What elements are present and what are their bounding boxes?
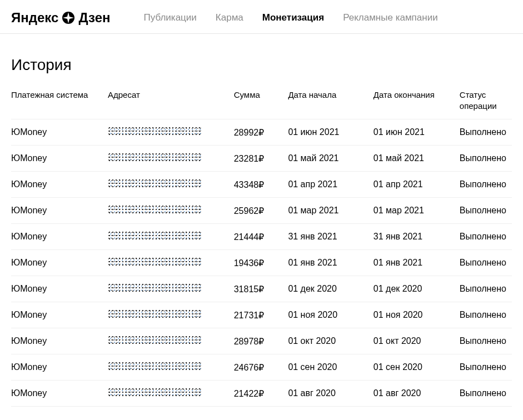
cell-payment-system: ЮMoney	[11, 250, 108, 276]
cell-end-date: 01 янв 2021	[373, 250, 460, 276]
table-row: ЮMoney2467601 сен 202001 сен 2020Выполне…	[11, 354, 512, 381]
cell-start-date: 01 дек 2020	[288, 276, 373, 302]
cell-status: Выполнено	[460, 250, 512, 276]
logo-text-dzen: Дзен	[78, 10, 110, 26]
star-icon	[62, 11, 75, 24]
cell-recipient	[108, 172, 234, 198]
cell-amount: 43348	[234, 172, 288, 198]
table-row: ЮMoney2173101 ноя 202001 ноя 2020Выполне…	[11, 302, 512, 328]
table-row: ЮMoney3181501 дек 202001 дек 2020Выполне…	[11, 276, 512, 302]
logo[interactable]: Яндекс Дзен	[11, 10, 111, 26]
cell-payment-system: ЮMoney	[11, 119, 108, 146]
cell-end-date: 01 окт 2020	[373, 328, 460, 354]
table-row: ЮMoney2142201 авг 202001 авг 2020Выполне…	[11, 381, 512, 407]
cell-start-date: 01 ноя 2020	[288, 302, 373, 328]
cell-recipient	[108, 146, 234, 172]
th-payment-system: Платежная система	[11, 89, 108, 119]
main-nav: Публикации Карма Монетизация Рекламные к…	[144, 12, 438, 23]
cell-end-date: 01 ноя 2020	[373, 302, 460, 328]
table-row: ЮMoney4334801 апр 202101 апр 2021Выполне…	[11, 172, 512, 198]
cell-recipient	[108, 198, 234, 224]
cell-recipient	[108, 119, 234, 146]
cell-payment-system: ЮMoney	[11, 302, 108, 328]
cell-end-date: 01 мар 2021	[373, 198, 460, 224]
cell-amount: 21444	[234, 224, 288, 250]
table-row: ЮMoney1943601 янв 202101 янв 2021Выполне…	[11, 250, 512, 276]
nav-ad-campaigns[interactable]: Рекламные кампании	[343, 12, 438, 23]
cell-recipient	[108, 302, 234, 328]
redacted-recipient	[108, 152, 202, 162]
th-status: Статус операции	[460, 89, 512, 119]
nav-publications[interactable]: Публикации	[144, 12, 197, 23]
page-title: История	[11, 56, 512, 74]
cell-amount: 28992	[234, 119, 288, 146]
cell-recipient	[108, 276, 234, 302]
cell-payment-system: ЮMoney	[11, 381, 108, 407]
cell-amount: 28978	[234, 328, 288, 354]
cell-status: Выполнено	[460, 119, 512, 146]
cell-end-date: 01 авг 2020	[373, 381, 460, 407]
cell-end-date: 01 сен 2020	[373, 354, 460, 381]
redacted-recipient	[108, 231, 202, 241]
cell-end-date: 01 май 2021	[373, 146, 460, 172]
cell-start-date: 01 авг 2020	[288, 381, 373, 407]
table-row: ЮMoney2899201 июн 202101 июн 2021Выполне…	[11, 119, 512, 146]
cell-status: Выполнено	[460, 302, 512, 328]
cell-start-date: 01 окт 2020	[288, 328, 373, 354]
redacted-recipient	[108, 178, 202, 188]
cell-status: Выполнено	[460, 146, 512, 172]
th-end-date: Дата окончания	[373, 89, 460, 119]
cell-status: Выполнено	[460, 276, 512, 302]
table-row: ЮMoney2328101 май 202101 май 2021Выполне…	[11, 146, 512, 172]
history-table: Платежная система Адресат Сумма Дата нач…	[11, 89, 512, 407]
cell-amount: 31815	[234, 276, 288, 302]
logo-text-yandex: Яндекс	[11, 10, 58, 26]
cell-start-date: 01 июн 2021	[288, 119, 373, 146]
cell-amount: 24676	[234, 354, 288, 381]
redacted-recipient	[108, 126, 202, 136]
cell-status: Выполнено	[460, 354, 512, 381]
cell-status: Выполнено	[460, 381, 512, 407]
cell-payment-system: ЮMoney	[11, 328, 108, 354]
th-amount: Сумма	[234, 89, 288, 119]
content: История Платежная система Адресат Сумма …	[0, 34, 523, 418]
cell-payment-system: ЮMoney	[11, 198, 108, 224]
cell-start-date: 01 май 2021	[288, 146, 373, 172]
table-row: ЮMoney2596201 мар 202101 мар 2021Выполне…	[11, 198, 512, 224]
nav-monetization[interactable]: Монетизация	[262, 12, 324, 23]
nav-karma[interactable]: Карма	[216, 12, 243, 23]
cell-payment-system: ЮMoney	[11, 276, 108, 302]
cell-end-date: 01 дек 2020	[373, 276, 460, 302]
cell-payment-system: ЮMoney	[11, 354, 108, 381]
cell-recipient	[108, 224, 234, 250]
cell-start-date: 31 янв 2021	[288, 224, 373, 250]
cell-start-date: 01 сен 2020	[288, 354, 373, 381]
cell-recipient	[108, 381, 234, 407]
redacted-recipient	[108, 361, 202, 371]
th-recipient: Адресат	[108, 89, 234, 119]
redacted-recipient	[108, 387, 202, 397]
header: Яндекс Дзен Публикации Карма Монетизация…	[0, 0, 523, 34]
cell-amount: 21731	[234, 302, 288, 328]
cell-amount: 23281	[234, 146, 288, 172]
cell-start-date: 01 мар 2021	[288, 198, 373, 224]
cell-payment-system: ЮMoney	[11, 172, 108, 198]
cell-amount: 25962	[234, 198, 288, 224]
cell-payment-system: ЮMoney	[11, 224, 108, 250]
cell-end-date: 01 апр 2021	[373, 172, 460, 198]
cell-amount: 19436	[234, 250, 288, 276]
cell-end-date: 01 июн 2021	[373, 119, 460, 146]
redacted-recipient	[108, 335, 202, 345]
cell-recipient	[108, 250, 234, 276]
cell-status: Выполнено	[460, 224, 512, 250]
cell-payment-system: ЮMoney	[11, 146, 108, 172]
cell-status: Выполнено	[460, 198, 512, 224]
redacted-recipient	[108, 283, 202, 293]
cell-recipient	[108, 328, 234, 354]
redacted-recipient	[108, 257, 202, 267]
table-row: ЮMoney2897801 окт 202001 окт 2020Выполне…	[11, 328, 512, 354]
th-start-date: Дата начала	[288, 89, 373, 119]
table-row: ЮMoney2144431 янв 202131 янв 2021Выполне…	[11, 224, 512, 250]
cell-amount: 21422	[234, 381, 288, 407]
cell-status: Выполнено	[460, 172, 512, 198]
